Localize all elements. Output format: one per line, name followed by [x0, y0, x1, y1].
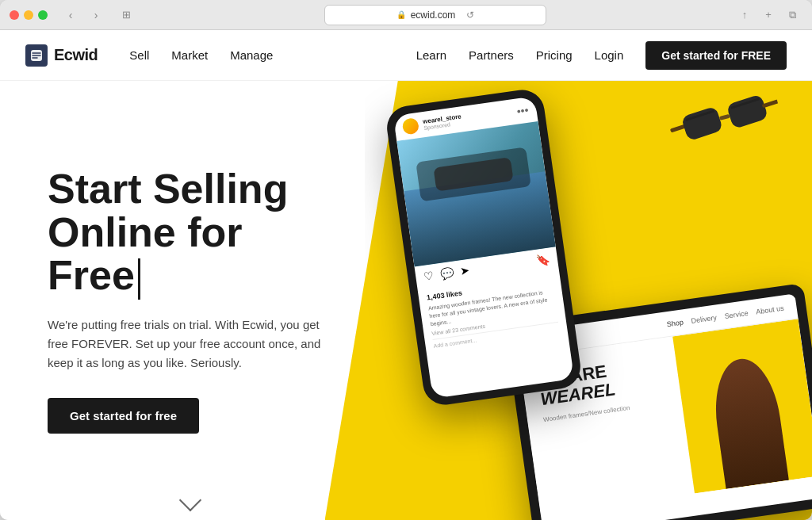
sunglasses-decoration: [666, 89, 768, 151]
nav-learn[interactable]: Learn: [416, 48, 446, 62]
hero-right: wearel_store Sponsored •••: [365, 81, 812, 520]
hero-title-line1: Start Selling: [48, 166, 288, 212]
instagram-avatar: [402, 117, 420, 136]
nav-sell[interactable]: Sell: [129, 48, 149, 62]
minimize-button[interactable]: [24, 10, 33, 20]
save-icon[interactable]: 🔖: [535, 253, 550, 267]
cursor-blink: [138, 258, 140, 300]
sidebar-toggle-button[interactable]: ⊞: [116, 5, 136, 25]
lock-icon: 🔒: [396, 10, 406, 19]
nav-left: Sell Market Manage: [129, 48, 273, 62]
site-nav: Ecwid Sell Market Manage Learn Partners …: [0, 30, 812, 81]
url-text: ecwid.com: [411, 10, 456, 21]
browser-addressbar: 🔒 ecwid.com ↺: [143, 5, 728, 25]
svg-rect-5: [762, 99, 779, 109]
hero-title: Start Selling Online for Free: [48, 167, 325, 299]
window-button[interactable]: ⧉: [782, 5, 802, 25]
traffic-lights: [10, 10, 48, 20]
address-bar[interactable]: 🔒 ecwid.com ↺: [324, 5, 546, 25]
svg-rect-3: [719, 114, 730, 120]
scroll-indicator[interactable]: [182, 492, 198, 508]
new-tab-button[interactable]: +: [758, 5, 779, 25]
reload-icon[interactable]: ↺: [466, 10, 474, 21]
tablet-menu-shop[interactable]: Shop: [666, 318, 684, 328]
forward-button[interactable]: ›: [86, 5, 106, 25]
comment-icon[interactable]: 💬: [439, 266, 454, 281]
close-button[interactable]: [10, 10, 19, 20]
tablet-menu-delivery[interactable]: Delivery: [691, 313, 718, 324]
tablet-menu-service[interactable]: Service: [724, 308, 749, 319]
like-icon[interactable]: ♡: [423, 269, 435, 283]
nav-market[interactable]: Market: [171, 48, 208, 62]
share-button[interactable]: ↑: [734, 5, 755, 25]
share-icon[interactable]: ➤: [459, 264, 470, 278]
logo-icon: [25, 44, 48, 67]
phone-screen: wearel_store Sponsored •••: [393, 96, 574, 399]
browser-titlebar: ‹ › ⊞ 🔒 ecwid.com ↺ ↑ + ⧉: [0, 0, 812, 30]
nav-manage[interactable]: Manage: [230, 48, 273, 62]
browser-window-controls: ⊞: [116, 5, 136, 25]
website-content: Ecwid Sell Market Manage Learn Partners …: [0, 30, 812, 520]
hero-cta-button[interactable]: Get started for free: [48, 398, 199, 434]
svg-rect-2: [681, 106, 724, 142]
tablet-hero-image: [672, 319, 812, 493]
logo[interactable]: Ecwid: [25, 44, 98, 67]
hero-section: Start Selling Online for Free We're putt…: [0, 81, 812, 520]
nav-partners[interactable]: Partners: [469, 48, 514, 62]
scroll-chevron-icon: [179, 489, 201, 511]
hero-left: Start Selling Online for Free We're putt…: [0, 81, 365, 520]
nav-right: Learn Partners Pricing Login Get started…: [416, 41, 787, 70]
phone-mockup: wearel_store Sponsored •••: [385, 87, 584, 407]
browser-toolbar-right: ↑ + ⧉: [734, 5, 802, 25]
back-button[interactable]: ‹: [60, 5, 81, 25]
fullscreen-button[interactable]: [38, 10, 48, 20]
svg-rect-4: [726, 94, 769, 129]
logo-text: Ecwid: [54, 46, 98, 64]
tablet-menu-about[interactable]: About us: [756, 304, 785, 315]
nav-pricing[interactable]: Pricing: [536, 48, 573, 62]
phone-post-image: [396, 121, 556, 266]
nav-login[interactable]: Login: [595, 48, 624, 62]
hero-title-line2: Online for Free: [48, 209, 243, 299]
browser-frame: ‹ › ⊞ 🔒 ecwid.com ↺ ↑ + ⧉: [0, 0, 812, 520]
nav-cta-button[interactable]: Get started for FREE: [645, 41, 787, 70]
hero-subtitle: We're putting free trials on trial. With…: [48, 315, 325, 373]
browser-nav: ‹ ›: [60, 5, 106, 25]
